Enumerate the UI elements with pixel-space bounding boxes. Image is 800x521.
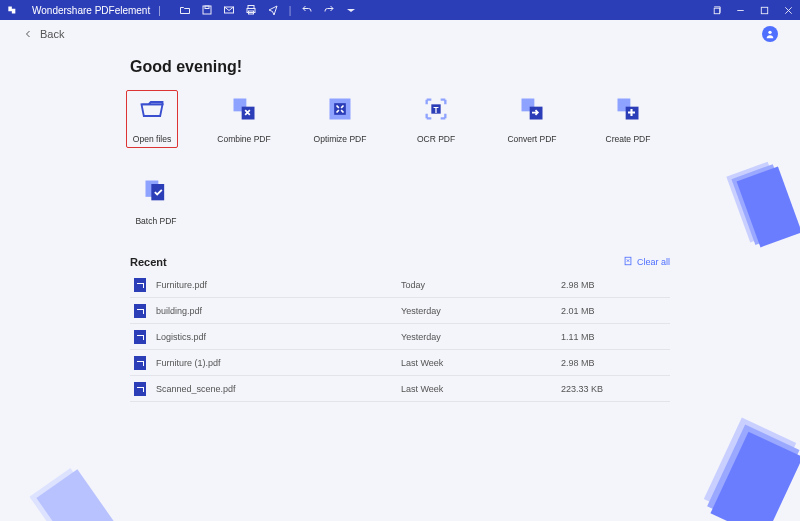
action-label: Combine PDF [217,134,270,144]
pdf-file-icon [134,356,146,370]
clear-icon [623,256,633,268]
back-arrow-icon[interactable] [22,28,34,40]
create-icon [613,95,643,127]
redo-icon[interactable] [323,4,335,16]
recent-header: Recent Clear all [130,256,670,268]
svg-rect-30 [710,432,800,521]
close-icon[interactable] [782,4,794,16]
recent-title: Recent [130,256,167,268]
action-open-files[interactable]: Open files [126,90,178,148]
ocr-icon: T [421,95,451,127]
convert-icon [517,95,547,127]
action-label: Batch PDF [135,216,176,226]
file-size: 2.98 MB [561,358,670,368]
action-ocr-pdf[interactable]: T OCR PDF [410,94,462,144]
svg-rect-6 [714,8,720,14]
svg-point-11 [768,31,771,34]
svg-rect-31 [29,468,110,521]
decoration-icon [690,411,800,521]
file-date: Last Week [401,384,561,394]
titlebar: Wondershare PDFelement | | [0,0,800,20]
app-title: Wondershare PDFelement [32,5,150,16]
svg-rect-29 [707,425,799,521]
app-logo-icon [6,3,20,17]
pdf-file-icon [134,382,146,396]
table-row[interactable]: Scanned_scene.pdf Last Week 223.33 KB [130,376,670,402]
action-optimize-pdf[interactable]: Optimize PDF [314,94,366,144]
svg-rect-8 [761,7,767,13]
print-icon[interactable] [245,4,257,16]
optimize-icon [325,95,355,127]
file-size: 223.33 KB [561,384,670,394]
more-icon[interactable] [345,4,357,16]
undo-icon[interactable] [301,4,313,16]
action-combine-pdf[interactable]: Combine PDF [218,94,270,144]
back-bar: Back [0,20,800,48]
maximize-icon[interactable] [758,4,770,16]
table-row[interactable]: building.pdf Yesterday 2.01 MB [130,298,670,324]
action-label: Create PDF [606,134,651,144]
table-row[interactable]: Furniture (1).pdf Last Week 2.98 MB [130,350,670,376]
pdf-file-icon [134,304,146,318]
svg-rect-1 [205,6,209,9]
back-label[interactable]: Back [40,28,64,40]
save-icon[interactable] [201,4,213,16]
file-size: 1.11 MB [561,332,670,342]
action-batch-pdf[interactable]: Batch PDF [130,176,182,226]
combine-icon [229,95,259,127]
file-name: Furniture.pdf [156,280,401,290]
svg-rect-0 [203,6,211,14]
svg-rect-15 [334,103,346,115]
file-date: Yesterday [401,306,561,316]
file-name: building.pdf [156,306,401,316]
action-label: Convert PDF [507,134,556,144]
pdf-file-icon [134,278,146,292]
file-name: Furniture (1).pdf [156,358,401,368]
file-date: Today [401,280,561,290]
open-folder-icon[interactable] [179,4,191,16]
file-name: Scanned_scene.pdf [156,384,401,394]
greeting-title: Good evening! [130,58,670,76]
clear-all-label: Clear all [637,257,670,267]
file-date: Last Week [401,358,561,368]
mail-icon[interactable] [223,4,235,16]
quick-actions: Open files Combine PDF Optimize PDF T OC… [130,94,670,226]
file-size: 2.98 MB [561,280,670,290]
action-label: Optimize PDF [314,134,367,144]
table-row[interactable]: Furniture.pdf Today 2.98 MB [130,272,670,298]
file-name: Logistics.pdf [156,332,401,342]
clear-all-button[interactable]: Clear all [623,256,670,268]
action-convert-pdf[interactable]: Convert PDF [506,94,558,144]
user-avatar-icon[interactable] [762,26,778,42]
svg-text:T: T [434,106,439,115]
pdf-file-icon [134,330,146,344]
batch-icon [141,177,171,209]
svg-rect-28 [704,418,796,521]
share-icon[interactable] [267,4,279,16]
table-row[interactable]: Logistics.pdf Yesterday 1.11 MB [130,324,670,350]
minimize-icon[interactable] [734,4,746,16]
action-label: Open files [133,134,171,144]
window-restore-icon[interactable] [710,4,722,16]
file-size: 2.01 MB [561,306,670,316]
action-create-pdf[interactable]: Create PDF [602,94,654,144]
file-date: Yesterday [401,332,561,342]
decoration-icon [20,461,120,521]
folder-open-icon [135,95,169,127]
svg-rect-23 [151,184,164,200]
recent-list: Furniture.pdf Today 2.98 MB building.pdf… [130,272,670,402]
svg-rect-32 [36,469,117,521]
action-label: OCR PDF [417,134,455,144]
